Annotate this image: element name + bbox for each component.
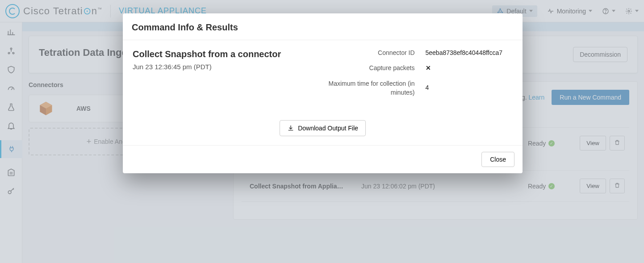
maxtime-label: Maximum time for collection (in minutes) xyxy=(323,79,426,97)
download-output-button[interactable]: Download Output File xyxy=(280,120,366,136)
capture-packets-label: Capture packets xyxy=(323,64,426,71)
maxtime-value: 4 xyxy=(426,79,429,91)
command-info-modal: Command Info & Results Collect Snapshot … xyxy=(123,13,523,173)
capture-packets-value: ✕ xyxy=(426,64,431,71)
connector-id-value: 5eeba8738ef8c40448ffcca7 xyxy=(426,49,503,56)
modal-title: Collect Snapshot from a connector xyxy=(133,49,323,59)
close-button[interactable]: Close xyxy=(481,152,514,167)
download-icon xyxy=(287,125,294,132)
modal-timestamp: Jun 23 12:36:45 pm (PDT) xyxy=(133,63,323,71)
connector-id-label: Connector ID xyxy=(323,49,426,56)
modal-header: Command Info & Results xyxy=(123,13,523,40)
download-label: Download Output File xyxy=(298,125,358,132)
